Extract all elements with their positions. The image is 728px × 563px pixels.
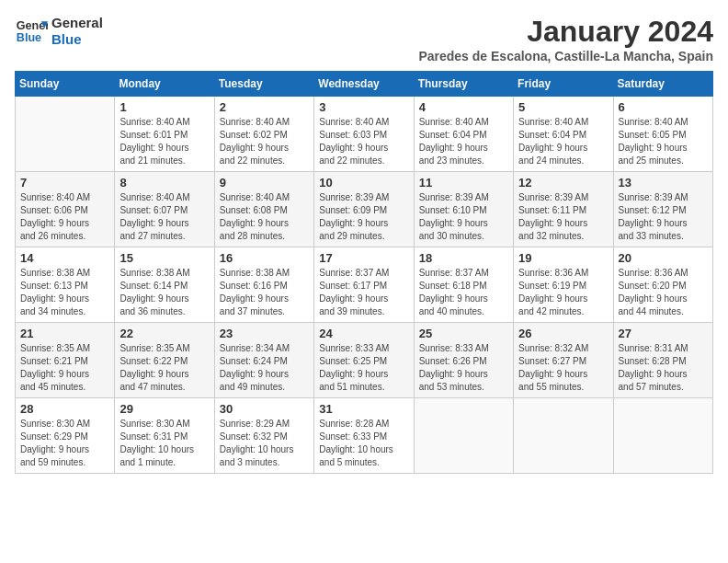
calendar-cell: 27Sunrise: 8:31 AM Sunset: 6:28 PM Dayli…: [613, 323, 712, 398]
day-info: Sunrise: 8:30 AM Sunset: 6:29 PM Dayligh…: [20, 418, 109, 469]
calendar-cell: 28Sunrise: 8:30 AM Sunset: 6:29 PM Dayli…: [16, 398, 115, 474]
calendar-cell: 13Sunrise: 8:39 AM Sunset: 6:12 PM Dayli…: [613, 172, 712, 247]
calendar-cell: 29Sunrise: 8:30 AM Sunset: 6:31 PM Dayli…: [115, 398, 214, 474]
day-info: Sunrise: 8:40 AM Sunset: 6:01 PM Dayligh…: [119, 116, 209, 167]
day-info: Sunrise: 8:40 AM Sunset: 6:02 PM Dayligh…: [220, 116, 309, 167]
day-number: 26: [518, 327, 608, 340]
day-number: 16: [220, 251, 309, 265]
calendar-cell: 19Sunrise: 8:36 AM Sunset: 6:19 PM Dayli…: [514, 247, 613, 323]
day-number: 15: [119, 251, 209, 265]
calendar-cell: 26Sunrise: 8:32 AM Sunset: 6:27 PM Dayli…: [514, 323, 613, 398]
calendar-cell: 2Sunrise: 8:40 AM Sunset: 6:02 PM Daylig…: [214, 97, 313, 172]
logo: General Blue General Blue: [15, 15, 103, 48]
header-monday: Monday: [115, 72, 214, 97]
day-info: Sunrise: 8:34 AM Sunset: 6:24 PM Dayligh…: [220, 342, 309, 394]
calendar-cell: 6Sunrise: 8:40 AM Sunset: 6:05 PM Daylig…: [613, 97, 712, 172]
header-saturday: Saturday: [613, 72, 712, 97]
day-info: Sunrise: 8:33 AM Sunset: 6:25 PM Dayligh…: [319, 342, 408, 394]
header-thursday: Thursday: [414, 72, 513, 97]
calendar-cell: 9Sunrise: 8:40 AM Sunset: 6:08 PM Daylig…: [214, 172, 313, 247]
day-number: 20: [619, 251, 708, 265]
day-info: Sunrise: 8:38 AM Sunset: 6:14 PM Dayligh…: [119, 267, 209, 318]
day-info: Sunrise: 8:38 AM Sunset: 6:13 PM Dayligh…: [20, 267, 109, 318]
logo-text-line1: General: [51, 15, 103, 31]
day-info: Sunrise: 8:40 AM Sunset: 6:04 PM Dayligh…: [419, 116, 508, 167]
calendar-cell: 23Sunrise: 8:34 AM Sunset: 6:24 PM Dayli…: [214, 323, 313, 398]
day-number: 10: [319, 176, 408, 190]
calendar-cell: 15Sunrise: 8:38 AM Sunset: 6:14 PM Dayli…: [115, 247, 214, 323]
day-info: Sunrise: 8:32 AM Sunset: 6:27 PM Dayligh…: [518, 342, 608, 394]
location-title: Paredes de Escalona, Castille-La Mancha,…: [418, 49, 713, 63]
calendar-cell: 30Sunrise: 8:29 AM Sunset: 6:32 PM Dayli…: [214, 398, 313, 474]
week-row-3: 14Sunrise: 8:38 AM Sunset: 6:13 PM Dayli…: [16, 247, 713, 323]
calendar-cell: 16Sunrise: 8:38 AM Sunset: 6:16 PM Dayli…: [214, 247, 313, 323]
day-number: 24: [319, 327, 408, 340]
calendar-cell: [613, 398, 712, 474]
day-info: Sunrise: 8:40 AM Sunset: 6:03 PM Dayligh…: [319, 116, 408, 167]
calendar-cell: 22Sunrise: 8:35 AM Sunset: 6:22 PM Dayli…: [115, 323, 214, 398]
header-friday: Friday: [514, 72, 613, 97]
day-info: Sunrise: 8:39 AM Sunset: 6:11 PM Dayligh…: [518, 191, 608, 243]
week-row-1: 1Sunrise: 8:40 AM Sunset: 6:01 PM Daylig…: [16, 97, 713, 172]
day-number: 25: [419, 327, 508, 340]
day-info: Sunrise: 8:40 AM Sunset: 6:07 PM Dayligh…: [119, 191, 209, 243]
calendar-cell: [414, 398, 513, 474]
day-info: Sunrise: 8:40 AM Sunset: 6:08 PM Dayligh…: [220, 191, 309, 243]
calendar-cell: 12Sunrise: 8:39 AM Sunset: 6:11 PM Dayli…: [514, 172, 613, 247]
calendar-body: 1Sunrise: 8:40 AM Sunset: 6:01 PM Daylig…: [16, 97, 713, 474]
calendar-cell: 25Sunrise: 8:33 AM Sunset: 6:26 PM Dayli…: [414, 323, 513, 398]
calendar-cell: 14Sunrise: 8:38 AM Sunset: 6:13 PM Dayli…: [16, 247, 115, 323]
day-info: Sunrise: 8:40 AM Sunset: 6:04 PM Dayligh…: [518, 116, 608, 167]
day-number: 9: [220, 176, 309, 190]
header-tuesday: Tuesday: [214, 72, 313, 97]
week-row-2: 7Sunrise: 8:40 AM Sunset: 6:06 PM Daylig…: [16, 172, 713, 247]
day-number: 5: [518, 100, 608, 114]
week-row-4: 21Sunrise: 8:35 AM Sunset: 6:21 PM Dayli…: [16, 323, 713, 398]
day-number: 31: [319, 402, 408, 416]
logo-icon: General Blue: [15, 15, 48, 48]
calendar-cell: 8Sunrise: 8:40 AM Sunset: 6:07 PM Daylig…: [115, 172, 214, 247]
day-number: 21: [20, 327, 109, 340]
calendar-cell: 18Sunrise: 8:37 AM Sunset: 6:18 PM Dayli…: [414, 247, 513, 323]
day-info: Sunrise: 8:37 AM Sunset: 6:17 PM Dayligh…: [319, 267, 408, 318]
day-number: 19: [518, 251, 608, 265]
calendar-cell: 4Sunrise: 8:40 AM Sunset: 6:04 PM Daylig…: [414, 97, 513, 172]
calendar-table: SundayMondayTuesdayWednesdayThursdayFrid…: [15, 71, 713, 474]
day-info: Sunrise: 8:39 AM Sunset: 6:09 PM Dayligh…: [319, 191, 408, 243]
day-info: Sunrise: 8:36 AM Sunset: 6:20 PM Dayligh…: [619, 267, 708, 318]
day-number: 2: [220, 100, 309, 114]
calendar-cell: [16, 97, 115, 172]
calendar-cell: 3Sunrise: 8:40 AM Sunset: 6:03 PM Daylig…: [314, 97, 414, 172]
calendar-cell: 7Sunrise: 8:40 AM Sunset: 6:06 PM Daylig…: [16, 172, 115, 247]
day-number: 11: [419, 176, 508, 190]
calendar-cell: [514, 398, 613, 474]
calendar-header-row: SundayMondayTuesdayWednesdayThursdayFrid…: [16, 72, 713, 97]
month-title: January 2024: [418, 15, 713, 49]
calendar-cell: 31Sunrise: 8:28 AM Sunset: 6:33 PM Dayli…: [314, 398, 414, 474]
calendar-cell: 21Sunrise: 8:35 AM Sunset: 6:21 PM Dayli…: [16, 323, 115, 398]
day-info: Sunrise: 8:35 AM Sunset: 6:21 PM Dayligh…: [20, 342, 109, 394]
calendar-cell: 24Sunrise: 8:33 AM Sunset: 6:25 PM Dayli…: [314, 323, 414, 398]
day-number: 27: [619, 327, 708, 340]
week-row-5: 28Sunrise: 8:30 AM Sunset: 6:29 PM Dayli…: [16, 398, 713, 474]
day-info: Sunrise: 8:40 AM Sunset: 6:05 PM Dayligh…: [619, 116, 708, 167]
day-number: 13: [619, 176, 708, 190]
day-number: 29: [119, 402, 209, 416]
day-number: 23: [220, 327, 309, 340]
day-number: 3: [319, 100, 408, 114]
day-info: Sunrise: 8:38 AM Sunset: 6:16 PM Dayligh…: [220, 267, 309, 318]
day-number: 22: [119, 327, 209, 340]
logo-text-line2: Blue: [51, 31, 103, 48]
day-number: 8: [119, 176, 209, 190]
header-wednesday: Wednesday: [314, 72, 414, 97]
day-number: 28: [20, 402, 109, 416]
day-info: Sunrise: 8:31 AM Sunset: 6:28 PM Dayligh…: [619, 342, 708, 394]
day-info: Sunrise: 8:29 AM Sunset: 6:32 PM Dayligh…: [220, 418, 309, 469]
day-number: 18: [419, 251, 508, 265]
calendar-cell: 20Sunrise: 8:36 AM Sunset: 6:20 PM Dayli…: [613, 247, 712, 323]
page-header: General Blue General Blue January 2024 P…: [15, 15, 713, 63]
day-info: Sunrise: 8:39 AM Sunset: 6:12 PM Dayligh…: [619, 191, 708, 243]
day-number: 6: [619, 100, 708, 114]
day-info: Sunrise: 8:36 AM Sunset: 6:19 PM Dayligh…: [518, 267, 608, 318]
day-number: 12: [518, 176, 608, 190]
